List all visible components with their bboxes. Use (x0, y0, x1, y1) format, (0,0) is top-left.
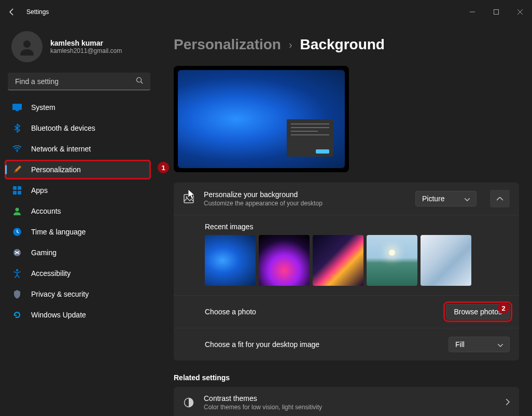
sidebar-item-personalization[interactable]: Personalization (5, 160, 150, 179)
dropdown-value: Fill (455, 340, 465, 349)
apps-icon (12, 186, 22, 195)
recent-images-label: Recent images (205, 223, 510, 231)
person-icon (12, 206, 22, 216)
search-input[interactable] (15, 77, 136, 86)
sidebar-item-label: Apps (31, 186, 48, 195)
contrast-subtitle: Color themes for low vision, light sensi… (204, 404, 497, 411)
close-button[interactable] (508, 4, 532, 20)
update-icon (12, 310, 22, 320)
sidebar-item-bluetooth[interactable]: Bluetooth & devices (5, 119, 150, 137)
bluetooth-icon (12, 123, 22, 133)
image-icon (183, 194, 194, 203)
collapse-section-button[interactable] (490, 190, 510, 207)
recent-image-thumb[interactable] (367, 235, 417, 286)
sidebar-item-apps[interactable]: Apps (5, 181, 150, 200)
recent-images-list (205, 235, 510, 286)
recent-image-thumb[interactable] (205, 235, 256, 286)
chevron-down-icon (465, 195, 470, 203)
breadcrumb-parent[interactable]: Personalization (174, 36, 281, 53)
svg-rect-10 (13, 191, 17, 195)
choose-fit-label: Choose a fit for your desktop image (205, 340, 449, 349)
recent-image-thumb[interactable] (421, 235, 471, 286)
svg-point-12 (16, 208, 19, 212)
svg-point-14 (13, 249, 21, 256)
personalize-panel: Personalize your background Customize th… (174, 183, 519, 360)
chevron-right-icon (506, 398, 510, 407)
breadcrumb-current: Background (300, 36, 385, 53)
sidebar-item-label: Time & language (31, 228, 86, 236)
search-box[interactable] (8, 73, 150, 90)
svg-rect-1 (494, 9, 499, 14)
sidebar-item-label: Accessibility (31, 269, 71, 278)
contrast-title: Contrast themes (204, 394, 497, 403)
dropdown-value: Picture (422, 195, 445, 203)
sidebar-item-label: Accounts (31, 207, 61, 215)
svg-line-4 (141, 81, 143, 84)
sidebar-item-label: Bluetooth & devices (31, 124, 95, 132)
svg-point-7 (17, 151, 18, 152)
sidebar-item-label: Gaming (31, 248, 57, 257)
sidebar-item-accessibility[interactable]: Accessibility (5, 264, 150, 283)
fit-dropdown[interactable]: Fill (449, 337, 510, 352)
sidebar-item-gaming[interactable]: Gaming (5, 243, 150, 262)
sidebar-item-accounts[interactable]: Accounts (5, 202, 150, 220)
main-content: Personalization › Background Personalize… (156, 23, 532, 416)
contrast-themes-row[interactable]: Contrast themes Color themes for low vis… (174, 387, 519, 416)
breadcrumb: Personalization › Background (174, 36, 519, 53)
sidebar-item-network[interactable]: Network & internet (5, 140, 150, 158)
preview-sample-window (287, 119, 333, 157)
svg-rect-6 (16, 110, 19, 111)
sidebar-item-time-language[interactable]: Time & language (5, 223, 150, 241)
svg-point-3 (137, 77, 142, 82)
system-icon (12, 103, 22, 112)
user-account-block[interactable]: kamlesh kumar kamlesh2011@gmail.com (5, 29, 156, 73)
search-icon (136, 77, 143, 86)
recent-image-thumb[interactable] (259, 235, 310, 286)
svg-rect-8 (13, 186, 17, 190)
sidebar-item-label: Privacy & security (31, 290, 89, 298)
clock-icon (12, 227, 22, 237)
svg-point-15 (16, 269, 18, 271)
choose-photo-label: Choose a photo (205, 308, 446, 316)
svg-rect-5 (12, 104, 22, 110)
background-type-dropdown[interactable]: Picture (415, 191, 477, 206)
contrast-icon (183, 397, 194, 408)
personalize-title: Personalize your background (204, 190, 406, 199)
maximize-button[interactable] (484, 4, 508, 20)
paintbrush-icon (12, 165, 22, 174)
shield-icon (12, 289, 22, 299)
svg-rect-11 (18, 191, 21, 195)
sidebar-item-system[interactable]: System (5, 98, 150, 117)
annotation-badge-1: 1 (158, 162, 169, 173)
nav: System Bluetooth & devices Network & int… (5, 98, 156, 324)
sidebar-item-label: Personalization (31, 165, 81, 174)
sidebar-item-privacy[interactable]: Privacy & security (5, 285, 150, 303)
user-email: kamlesh2011@gmail.com (50, 47, 122, 54)
chevron-down-icon (498, 340, 503, 349)
sidebar-item-label: Windows Update (31, 311, 86, 319)
svg-rect-9 (18, 186, 21, 190)
user-name: kamlesh kumar (50, 39, 122, 47)
recent-image-thumb[interactable] (313, 235, 363, 286)
app-title: Settings (26, 8, 49, 16)
chevron-right-icon: › (289, 39, 292, 51)
minimize-button[interactable] (460, 4, 484, 20)
gaming-icon (12, 248, 22, 257)
sidebar-item-label: Network & internet (31, 145, 91, 153)
accessibility-icon (12, 269, 22, 278)
svg-point-2 (23, 40, 31, 48)
sidebar-item-label: System (31, 103, 55, 112)
related-settings-heading: Related settings (174, 373, 519, 382)
titlebar: Settings (0, 0, 532, 23)
annotation-badge-2: 2 (498, 302, 509, 314)
wifi-icon (12, 144, 22, 154)
background-preview (174, 66, 349, 172)
svg-rect-16 (184, 195, 193, 203)
back-button[interactable] (8, 8, 16, 16)
avatar (11, 31, 43, 62)
personalize-subtitle: Customize the appearance of your desktop (204, 200, 406, 207)
sidebar-item-windows-update[interactable]: Windows Update (5, 306, 150, 324)
sidebar: kamlesh kumar kamlesh2011@gmail.com Syst… (0, 23, 156, 416)
